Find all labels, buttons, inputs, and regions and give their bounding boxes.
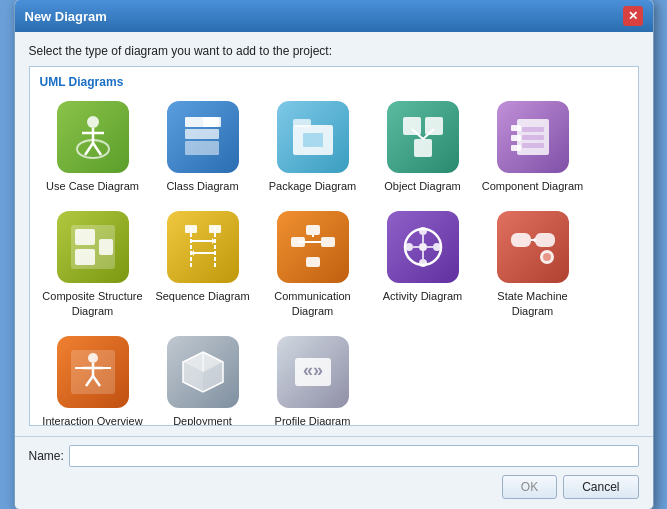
svg-rect-13 xyxy=(403,117,421,135)
interaction-icon xyxy=(57,336,129,408)
svg-rect-24 xyxy=(522,143,544,148)
svg-rect-40 xyxy=(306,257,320,267)
svg-rect-28 xyxy=(99,239,113,255)
svg-marker-36 xyxy=(191,250,194,256)
sequence-label: Sequence Diagram xyxy=(155,289,249,303)
svg-rect-27 xyxy=(75,249,95,265)
svg-rect-22 xyxy=(522,127,544,132)
svg-point-48 xyxy=(433,243,441,251)
svg-point-0 xyxy=(87,116,99,128)
svg-rect-7 xyxy=(185,129,219,139)
diagram-item-component[interactable]: Component Diagram xyxy=(478,97,588,197)
diagram-item-use-case[interactable]: Use Case Diagram xyxy=(38,97,148,197)
diagram-item-deployment[interactable]: Deployment Diagram xyxy=(148,332,258,426)
deployment-label: Deployment Diagram xyxy=(152,414,254,426)
diagram-item-interaction[interactable]: Interaction Overview Diagram xyxy=(38,332,148,426)
svg-line-4 xyxy=(93,143,101,155)
diagram-scroll-panel[interactable]: UML Diagrams xyxy=(29,66,639,426)
activity-label: Activity Diagram xyxy=(383,289,462,303)
package-icon xyxy=(277,101,349,173)
svg-rect-23 xyxy=(522,135,544,140)
use-case-label: Use Case Diagram xyxy=(46,179,139,193)
footer: Name: OK Cancel xyxy=(15,436,653,509)
dialog-body: Select the type of diagram you want to a… xyxy=(15,32,653,436)
svg-rect-14 xyxy=(425,117,443,135)
svg-rect-9 xyxy=(203,117,221,127)
use-case-icon xyxy=(57,101,129,173)
svg-rect-26 xyxy=(75,229,95,245)
svg-rect-20 xyxy=(511,135,521,141)
section-label: UML Diagrams xyxy=(38,75,630,89)
diagram-item-activity[interactable]: Activity Diagram xyxy=(368,207,478,322)
svg-rect-8 xyxy=(185,141,219,155)
svg-rect-56 xyxy=(535,233,555,247)
svg-rect-32 xyxy=(209,225,221,233)
title-bar: New Diagram ✕ xyxy=(15,0,653,32)
profile-icon: «» xyxy=(277,336,349,408)
close-button[interactable]: ✕ xyxy=(623,6,643,26)
svg-point-47 xyxy=(419,227,427,235)
instruction-text: Select the type of diagram you want to a… xyxy=(29,44,639,58)
cancel-button[interactable]: Cancel xyxy=(563,475,638,499)
diagram-item-class[interactable]: Class Diagram xyxy=(148,97,258,197)
diagram-item-object[interactable]: Object Diagram xyxy=(368,97,478,197)
svg-rect-11 xyxy=(293,119,311,127)
composite-icon xyxy=(57,211,129,283)
component-label: Component Diagram xyxy=(482,179,584,193)
composite-label: Composite Structure Diagram xyxy=(42,289,144,318)
diagram-item-state-machine[interactable]: State Machine Diagram xyxy=(478,207,588,322)
ok-button[interactable]: OK xyxy=(502,475,557,499)
dialog-title: New Diagram xyxy=(25,9,107,24)
diagram-item-profile[interactable]: «» Profile Diagram xyxy=(258,332,368,426)
svg-point-62 xyxy=(88,353,98,363)
component-icon xyxy=(497,101,569,173)
svg-point-49 xyxy=(419,259,427,267)
svg-rect-38 xyxy=(321,237,335,247)
svg-point-58 xyxy=(543,253,551,261)
sequence-icon xyxy=(167,211,239,283)
state-machine-label: State Machine Diagram xyxy=(482,289,584,318)
profile-label: Profile Diagram xyxy=(275,414,351,426)
name-row: Name: xyxy=(29,445,639,467)
svg-rect-15 xyxy=(414,139,432,157)
object-icon xyxy=(387,101,459,173)
package-label: Package Diagram xyxy=(269,179,356,193)
diagram-item-composite[interactable]: Composite Structure Diagram xyxy=(38,207,148,322)
diagram-grid: Use Case Diagram Class Diagram xyxy=(38,97,630,426)
diagram-item-communication[interactable]: Communication Diagram xyxy=(258,207,368,322)
object-label: Object Diagram xyxy=(384,179,460,193)
state-machine-icon xyxy=(497,211,569,283)
diagram-item-sequence[interactable]: Sequence Diagram xyxy=(148,207,258,322)
name-input[interactable] xyxy=(69,445,639,467)
svg-rect-19 xyxy=(511,125,521,131)
activity-icon xyxy=(387,211,459,283)
deployment-icon xyxy=(167,336,239,408)
class-label: Class Diagram xyxy=(166,179,238,193)
communication-icon xyxy=(277,211,349,283)
svg-rect-21 xyxy=(511,145,521,151)
new-diagram-dialog: New Diagram ✕ Select the type of diagram… xyxy=(14,0,654,509)
name-label: Name: xyxy=(29,449,69,463)
svg-rect-55 xyxy=(511,233,531,247)
svg-rect-12 xyxy=(303,133,323,147)
svg-text:«»: «» xyxy=(302,360,322,380)
diagram-item-package[interactable]: Package Diagram xyxy=(258,97,368,197)
button-row: OK Cancel xyxy=(29,475,639,499)
svg-rect-39 xyxy=(306,225,320,235)
svg-marker-34 xyxy=(212,238,215,244)
svg-line-3 xyxy=(85,143,93,155)
class-icon xyxy=(167,101,239,173)
svg-rect-31 xyxy=(185,225,197,233)
svg-point-46 xyxy=(419,243,427,251)
svg-point-50 xyxy=(405,243,413,251)
communication-label: Communication Diagram xyxy=(262,289,364,318)
interaction-label: Interaction Overview Diagram xyxy=(42,414,144,426)
